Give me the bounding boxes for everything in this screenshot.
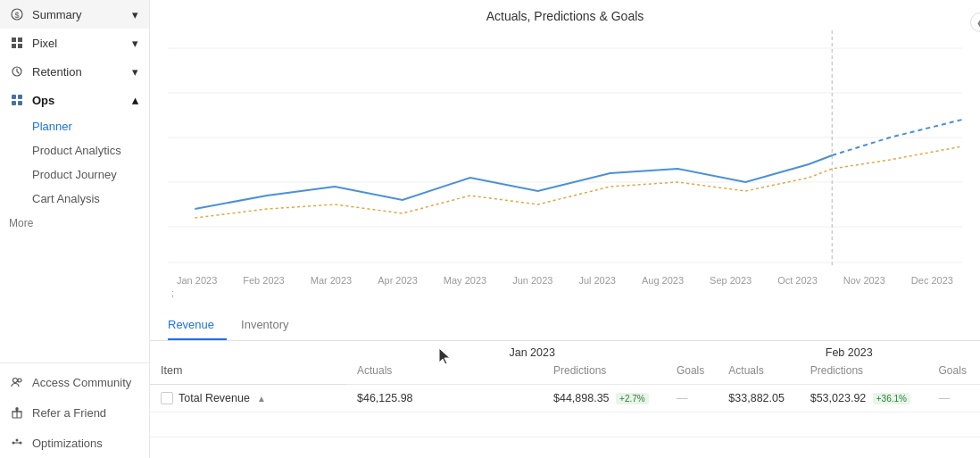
jan-goals-cell: — bbox=[666, 385, 718, 412]
svg-rect-4 bbox=[12, 44, 16, 48]
svg-rect-10 bbox=[18, 101, 22, 105]
sidebar-bottom: Access Community Refer a Friend Optimiza… bbox=[0, 362, 149, 458]
svg-rect-5 bbox=[18, 44, 22, 48]
x-label-mar: Mar 2023 bbox=[311, 275, 352, 286]
sidebar-bottom-access-community[interactable]: Access Community bbox=[0, 367, 149, 397]
x-label-dec: Dec 2023 bbox=[911, 275, 953, 286]
table-row: Total Revenue ▲ $46,125.98 $44,898.35 +2… bbox=[150, 385, 980, 412]
jan-predictions-cell: $44,898.35 +2.7% bbox=[543, 385, 666, 412]
x-label-oct: Oct 2023 bbox=[777, 275, 818, 286]
chevron-down-icon: ▾ bbox=[129, 66, 140, 77]
sidebar-item-pixel[interactable]: Pixel ▾ bbox=[0, 29, 149, 57]
chevron-down-icon: ▾ bbox=[129, 37, 140, 48]
sidebar-item-summary[interactable]: $ Summary ▾ bbox=[0, 0, 149, 29]
x-label-sep: Sep 2023 bbox=[710, 275, 752, 286]
sidebar-item-label: Retention bbox=[32, 65, 82, 79]
table-container: Item Jan 2023 Feb 2023 Actuals Predictio… bbox=[150, 341, 980, 458]
tab-inventory[interactable]: Inventory bbox=[241, 311, 301, 340]
svg-rect-8 bbox=[18, 95, 22, 99]
feb-goals-header: Goals bbox=[928, 361, 980, 385]
sidebar-sub-cart-analysis[interactable]: Cart Analysis bbox=[0, 187, 149, 211]
main-content: Actuals, Predictions & Goals bbox=[150, 0, 980, 458]
feb-predictions-badge: +36.1% bbox=[873, 393, 910, 404]
sidebar-bottom-label: Refer a Friend bbox=[32, 406, 106, 420]
data-table: Item Jan 2023 Feb 2023 Actuals Predictio… bbox=[150, 341, 980, 437]
sidebar-item-label: Summary bbox=[32, 8, 82, 21]
sidebar-sub-planner[interactable]: Planner bbox=[0, 114, 149, 138]
svg-point-11 bbox=[13, 379, 18, 383]
sidebar: $ Summary ▾ Pixel ▾ Retention ▾ Ops ▴ bbox=[0, 0, 150, 458]
jan-actuals-header: Actuals bbox=[346, 361, 543, 385]
chart-svg bbox=[168, 30, 962, 271]
svg-rect-9 bbox=[12, 101, 16, 105]
sidebar-bottom-label: Optimizations bbox=[32, 437, 103, 450]
feb-actuals-header: Actuals bbox=[718, 361, 799, 385]
sidebar-item-retention[interactable]: Retention ▾ bbox=[0, 57, 149, 86]
sidebar-bottom-label: Access Community bbox=[32, 376, 131, 389]
x-label-jan: Jan 2023 bbox=[177, 275, 217, 286]
sidebar-bottom-optimizations[interactable]: Optimizations bbox=[0, 428, 149, 458]
svg-rect-7 bbox=[12, 95, 16, 99]
tab-revenue[interactable]: Revenue bbox=[168, 311, 227, 340]
feb-goals-cell: — bbox=[928, 385, 980, 412]
community-icon bbox=[9, 374, 25, 390]
x-label-nov: Nov 2023 bbox=[843, 275, 885, 286]
x-label-apr: Apr 2023 bbox=[378, 275, 418, 286]
x-label-jul: Jul 2023 bbox=[578, 275, 616, 286]
dollar-icon: $ bbox=[9, 6, 25, 22]
x-label-feb: Feb 2023 bbox=[243, 275, 284, 286]
feb-group-header: Feb 2023 bbox=[718, 341, 980, 361]
jan-group-header: Jan 2023 bbox=[346, 341, 718, 361]
gift-icon bbox=[9, 404, 25, 421]
svg-point-12 bbox=[18, 379, 21, 382]
jan-actuals-cell: $46,125.98 bbox=[346, 385, 543, 412]
retention-icon bbox=[9, 63, 25, 79]
chevron-down-icon: ▾ bbox=[129, 9, 140, 20]
expand-icon[interactable]: ▲ bbox=[255, 392, 268, 404]
more-button[interactable]: More bbox=[0, 211, 149, 236]
sidebar-item-label: Pixel bbox=[32, 37, 57, 50]
jan-predictions-badge: +2.7% bbox=[616, 393, 649, 404]
feb-predictions-header: Predictions bbox=[800, 361, 928, 385]
sidebar-bottom-refer[interactable]: Refer a Friend bbox=[0, 397, 149, 428]
chart-title: Actuals, Predictions & Goals bbox=[168, 9, 962, 23]
jan-goals-header: Goals bbox=[666, 361, 718, 385]
row-label: Total Revenue bbox=[179, 392, 250, 404]
chart-footnote: ; bbox=[168, 287, 962, 298]
opt-icon bbox=[9, 435, 25, 451]
ops-icon bbox=[9, 92, 25, 108]
svg-text:$: $ bbox=[14, 11, 19, 20]
more-label: More bbox=[9, 217, 33, 229]
sidebar-sub-product-analytics[interactable]: Product Analytics bbox=[0, 138, 149, 162]
svg-point-15 bbox=[16, 439, 19, 442]
row-checkbox[interactable] bbox=[161, 392, 173, 404]
feb-actuals-cell: $33,882.05 bbox=[718, 385, 799, 412]
x-axis-labels: Jan 2023 Feb 2023 Mar 2023 Apr 2023 May … bbox=[168, 275, 962, 286]
item-column-header: Item bbox=[150, 341, 346, 385]
x-label-may: May 2023 bbox=[444, 275, 486, 286]
item-cell: Total Revenue ▲ bbox=[150, 385, 346, 412]
tabs-row: Revenue Inventory bbox=[150, 311, 980, 341]
sidebar-item-label: Ops bbox=[32, 94, 54, 107]
sidebar-item-ops[interactable]: Ops ▴ bbox=[0, 86, 149, 114]
pixel-icon bbox=[9, 35, 25, 51]
x-label-jun: Jun 2023 bbox=[512, 275, 552, 286]
table-row bbox=[150, 412, 980, 437]
x-label-aug: Aug 2023 bbox=[642, 275, 684, 286]
chevron-up-icon: ▴ bbox=[129, 95, 140, 105]
chart-area: Actuals, Predictions & Goals bbox=[150, 0, 980, 304]
jan-predictions-header: Predictions bbox=[543, 361, 666, 385]
sidebar-sub-product-journey[interactable]: Product Journey bbox=[0, 162, 149, 187]
chart-container bbox=[168, 30, 962, 271]
feb-predictions-cell: $53,023.92 +36.1% bbox=[800, 385, 928, 412]
svg-rect-2 bbox=[12, 37, 16, 42]
svg-rect-3 bbox=[18, 37, 22, 42]
